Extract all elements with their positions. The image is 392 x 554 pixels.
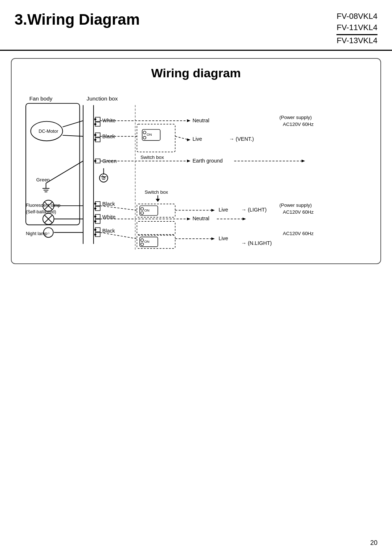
- svg-text:ON: ON: [147, 132, 152, 136]
- svg-line-24: [46, 161, 83, 183]
- svg-text:ON: ON: [144, 209, 149, 213]
- live-top-label: Live: [192, 136, 202, 142]
- ac120v-light-label: AC120V 60Hz: [283, 210, 314, 215]
- svg-point-12: [94, 134, 97, 136]
- svg-point-36: [141, 243, 144, 246]
- svg-text:ON: ON: [144, 240, 149, 244]
- wiring-diagram-svg: Fan body Junction box DC-Motor Green ○ F…: [19, 86, 373, 256]
- switch-box-top: [137, 124, 175, 152]
- vent-label: → (VENT.): [229, 136, 254, 142]
- green-label-junction: Green: [102, 159, 117, 164]
- black3-label: Black: [102, 228, 115, 234]
- svg-point-13: [94, 139, 97, 141]
- junction-box-label: Junction box: [87, 96, 118, 102]
- svg-marker-63: [187, 218, 191, 221]
- svg-point-45: [94, 221, 97, 223]
- svg-marker-56: [187, 139, 191, 141]
- svg-marker-66: [211, 238, 215, 241]
- neutral-light-label: Neutral: [192, 216, 209, 222]
- svg-line-14: [63, 121, 83, 127]
- switch-box-neutral: [137, 222, 175, 235]
- diagram-container: Wiring diagram Fan body Junction box DC-…: [11, 58, 381, 264]
- neutral-label: Neutral: [192, 118, 209, 123]
- night-lamp-label: Night lamp: [26, 231, 47, 237]
- svg-marker-68: [302, 160, 305, 163]
- light-label: → (LIGHT): [241, 207, 266, 213]
- svg-point-26: [143, 136, 146, 139]
- svg-marker-61: [211, 209, 215, 212]
- page-title: 3.Wiring Diagram: [15, 11, 140, 28]
- svg-point-40: [94, 203, 97, 205]
- svg-point-25: [143, 131, 146, 134]
- black2-label: Black: [102, 201, 115, 207]
- fan-body-label: Fan body: [29, 96, 53, 102]
- page-header: 3.Wiring Diagram FV-08VKL4 FV-11VKL4 FV-…: [0, 0, 392, 51]
- night-lamp-symbol: ○: [47, 231, 49, 235]
- svg-point-48: [94, 229, 97, 231]
- svg-point-10: [94, 118, 97, 120]
- green-label-fan: Green: [36, 177, 50, 183]
- power-supply-light-label: (Power supply): [279, 202, 312, 208]
- dc-motor-label: DC-Motor: [39, 129, 58, 134]
- svg-marker-70: [242, 218, 246, 221]
- nlight-label: → (N.LIGHT): [241, 241, 271, 246]
- diagram-title: Wiring diagram: [19, 66, 373, 80]
- svg-point-32: [141, 212, 144, 215]
- ac120v-nlight-label: AC120V 60Hz: [283, 231, 314, 237]
- svg-point-41: [94, 208, 97, 210]
- svg-point-31: [141, 208, 144, 210]
- fluorescent-lamp-label: Fluorescent lamp: [26, 203, 60, 208]
- model-fv13: FV-13VKL4: [336, 35, 377, 46]
- white-label-junction: White: [102, 118, 116, 123]
- model-fv08: FV-08VKL4: [336, 11, 377, 22]
- svg-point-49: [94, 234, 97, 236]
- switch-box-top-label: Switch box: [140, 155, 164, 160]
- switch-box-bottom-label: Switch box: [144, 189, 168, 195]
- power-supply-top-label: (Power supply): [279, 115, 312, 120]
- earth-ground-label: Earth ground: [192, 158, 222, 164]
- model-fv11: FV-11VKL4: [336, 22, 377, 35]
- ac120v-top-label: AC120V 60Hz: [283, 122, 314, 127]
- svg-marker-29: [156, 199, 160, 202]
- svg-point-11: [94, 123, 97, 126]
- svg-marker-53: [187, 119, 191, 122]
- svg-point-35: [141, 239, 144, 242]
- svg-point-44: [94, 216, 97, 218]
- page-number: 20: [370, 539, 377, 547]
- self-ballasted-label: (Self-ballasted): [26, 210, 56, 215]
- svg-line-15: [63, 135, 83, 136]
- model-list: FV-08VKL4 FV-11VKL4 FV-13VKL4: [336, 11, 377, 46]
- live-nlight-label: Live: [219, 235, 228, 241]
- svg-point-17: [94, 160, 97, 162]
- live-light-label: Live: [219, 207, 228, 213]
- svg-marker-58: [187, 160, 191, 163]
